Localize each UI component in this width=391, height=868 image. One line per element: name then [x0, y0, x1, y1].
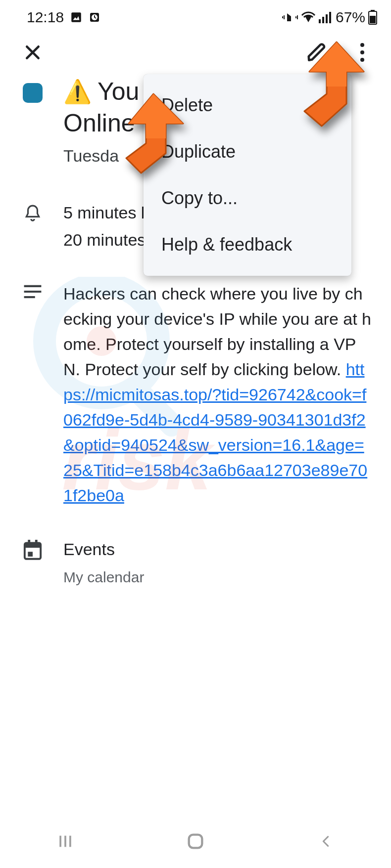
annotation-arrow-more: [277, 40, 366, 138]
svg-rect-25: [28, 552, 33, 557]
svg-marker-27: [129, 94, 183, 138]
svg-rect-8: [319, 19, 321, 23]
picture-icon: [70, 11, 83, 24]
description-section: Hackers can check where you live by chec…: [0, 281, 391, 508]
calendar-title: Events: [63, 537, 371, 562]
calendar-section: Events My calendar: [0, 537, 391, 588]
calendar-name: My calendar: [63, 566, 371, 588]
event-description: Hackers can check where you live by chec…: [63, 281, 371, 508]
close-button[interactable]: [20, 40, 46, 65]
warning-icon: ⚠️: [63, 80, 92, 103]
vibrate-mute-icon: [282, 10, 298, 24]
svg-rect-4: [71, 12, 81, 22]
signal-icon: [319, 11, 333, 23]
close-icon: [23, 43, 43, 62]
svg-rect-11: [329, 12, 331, 23]
svg-rect-9: [322, 17, 324, 23]
notes-icon: [22, 281, 44, 508]
battery-icon: [368, 10, 377, 25]
nav-recent-button[interactable]: [43, 826, 88, 856]
svg-rect-33: [189, 835, 202, 848]
svg-marker-29: [309, 42, 364, 87]
description-link[interactable]: https://micmitosas.top/?tid=926742&cook=…: [63, 360, 367, 505]
nav-back-button[interactable]: [303, 826, 348, 856]
description-text: Hackers can check where you live by chec…: [63, 284, 371, 379]
status-bar: 12:18 67%: [0, 0, 391, 30]
calendar-icon: [22, 537, 44, 588]
nav-home-button[interactable]: [173, 826, 218, 856]
clock-icon: [89, 11, 100, 23]
bell-icon: [22, 200, 44, 253]
svg-rect-23: [28, 540, 30, 545]
svg-rect-22: [25, 543, 41, 548]
annotation-arrow-delete: [99, 89, 188, 188]
event-color-chip: [23, 83, 43, 103]
android-nav-bar: [0, 815, 391, 868]
svg-rect-10: [326, 14, 328, 23]
svg-rect-14: [370, 16, 376, 23]
menu-item-help[interactable]: Help & feedback: [144, 221, 351, 268]
status-battery-text: 67%: [336, 9, 365, 26]
wifi-icon: [301, 11, 316, 23]
status-time: 12:18: [27, 9, 64, 26]
svg-rect-24: [35, 540, 38, 545]
